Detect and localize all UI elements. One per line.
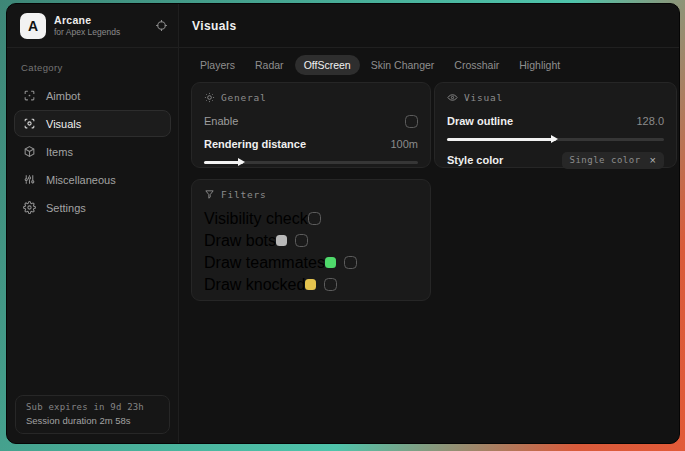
panel-title: Visual bbox=[464, 92, 503, 103]
app-header: A Arcane for Apex Legends bbox=[7, 4, 178, 48]
desktop-background: { "app": { "logo_letter": "A", "name": "… bbox=[0, 0, 685, 451]
category-label: Category bbox=[21, 62, 171, 73]
enable-checkbox[interactable] bbox=[405, 115, 418, 128]
visibility-check-checkbox[interactable] bbox=[308, 212, 321, 225]
draw-outline-label: Draw outline bbox=[447, 115, 513, 127]
funnel-icon bbox=[204, 189, 215, 200]
eye-icon bbox=[447, 92, 458, 103]
general-panel: General Enable Rendering distance 100m bbox=[191, 82, 431, 168]
enable-row: Enable bbox=[204, 111, 418, 131]
draw-bots-color-swatch[interactable] bbox=[276, 235, 287, 246]
sidebar-item-label: Visuals bbox=[46, 118, 81, 130]
sidebar-item-aimbot[interactable]: Aimbot bbox=[14, 82, 171, 109]
panel-title: Filters bbox=[221, 189, 267, 200]
draw-outline-row: Draw outline 128.0 bbox=[447, 111, 664, 131]
tab-bar: Players Radar OffScreen Skin Changer Cro… bbox=[191, 55, 667, 75]
enable-label: Enable bbox=[204, 115, 238, 127]
visibility-check-label: Visibility check bbox=[204, 210, 308, 228]
main-header: Visuals bbox=[179, 4, 679, 48]
draw-bots-checkbox[interactable] bbox=[295, 234, 308, 247]
app-logo: A bbox=[20, 13, 46, 39]
app-name: Arcane bbox=[54, 14, 147, 26]
draw-teammates-checkbox[interactable] bbox=[344, 256, 357, 269]
draw-teammates-color-swatch[interactable] bbox=[325, 257, 336, 268]
panel-title: General bbox=[221, 92, 267, 103]
slider-thumb[interactable] bbox=[551, 135, 558, 143]
sub-expires-text: Sub expires in 9d 23h bbox=[26, 402, 159, 412]
crosshair-icon[interactable] bbox=[155, 19, 168, 32]
slider-thumb[interactable] bbox=[238, 158, 245, 166]
session-duration-text: Session duration 2m 58s bbox=[26, 415, 159, 426]
draw-outline-slider[interactable] bbox=[447, 134, 664, 144]
tab-crosshair[interactable]: Crosshair bbox=[445, 55, 508, 75]
sliders-icon bbox=[23, 173, 36, 186]
sun-icon bbox=[204, 92, 215, 103]
tab-skin-changer[interactable]: Skin Changer bbox=[362, 55, 444, 75]
tab-highlight[interactable]: Highlight bbox=[510, 55, 569, 75]
sidebar-nav: Category Aimbot Visuals Items bbox=[7, 48, 178, 221]
visuals-icon bbox=[23, 117, 36, 130]
draw-teammates-row: Draw teammates bbox=[204, 252, 418, 273]
sidebar-item-visuals[interactable]: Visuals bbox=[14, 110, 171, 137]
tab-offscreen[interactable]: OffScreen bbox=[295, 55, 360, 75]
style-color-row: Style color Single color × bbox=[447, 150, 664, 170]
sidebar-item-miscellaneous[interactable]: Miscellaneous bbox=[14, 166, 171, 193]
sidebar-item-label: Items bbox=[46, 146, 73, 158]
rendering-distance-value: 100m bbox=[390, 138, 418, 150]
gear-icon bbox=[23, 201, 36, 214]
visibility-check-row: Visibility check bbox=[204, 208, 418, 229]
page-title: Visuals bbox=[192, 19, 237, 33]
tab-radar[interactable]: Radar bbox=[246, 55, 293, 75]
sidebar: A Arcane for Apex Legends Category Aimbo… bbox=[7, 4, 179, 443]
app-subtitle: for Apex Legends bbox=[54, 27, 147, 37]
tab-players[interactable]: Players bbox=[191, 55, 244, 75]
style-color-select[interactable]: Single color × bbox=[562, 152, 664, 169]
sidebar-item-label: Settings bbox=[46, 202, 86, 214]
draw-outline-value: 128.0 bbox=[636, 115, 664, 127]
sidebar-item-items[interactable]: Items bbox=[14, 138, 171, 165]
draw-knocked-color-swatch[interactable] bbox=[305, 279, 316, 290]
draw-teammates-label: Draw teammates bbox=[204, 254, 325, 272]
draw-bots-label: Draw bots bbox=[204, 232, 276, 250]
app-window: A Arcane for Apex Legends Category Aimbo… bbox=[6, 3, 680, 444]
rendering-distance-slider[interactable] bbox=[204, 157, 418, 167]
subscription-status-card: Sub expires in 9d 23h Session duration 2… bbox=[15, 395, 170, 434]
close-icon[interactable]: × bbox=[650, 155, 656, 166]
sidebar-item-settings[interactable]: Settings bbox=[14, 194, 171, 221]
cube-icon bbox=[23, 145, 36, 158]
rendering-distance-label: Rendering distance bbox=[204, 138, 306, 150]
rendering-distance-row: Rendering distance 100m bbox=[204, 134, 418, 154]
draw-bots-row: Draw bots bbox=[204, 230, 418, 251]
logo-letter: A bbox=[28, 18, 38, 34]
draw-knocked-row: Draw knocked bbox=[204, 274, 418, 295]
sidebar-item-label: Miscellaneous bbox=[46, 174, 116, 186]
style-color-label: Style color bbox=[447, 154, 503, 166]
aimbot-icon bbox=[23, 89, 36, 102]
draw-knocked-label: Draw knocked bbox=[204, 276, 305, 294]
filters-panel: Filters Visibility check Draw bots Draw … bbox=[191, 179, 431, 301]
sidebar-item-label: Aimbot bbox=[46, 90, 80, 102]
visual-panel: Visual Draw outline 128.0 Style color Si… bbox=[434, 82, 677, 168]
draw-knocked-checkbox[interactable] bbox=[324, 278, 337, 291]
style-color-value: Single color bbox=[570, 155, 641, 165]
main-area: Visuals Players Radar OffScreen Skin Cha… bbox=[179, 4, 679, 443]
